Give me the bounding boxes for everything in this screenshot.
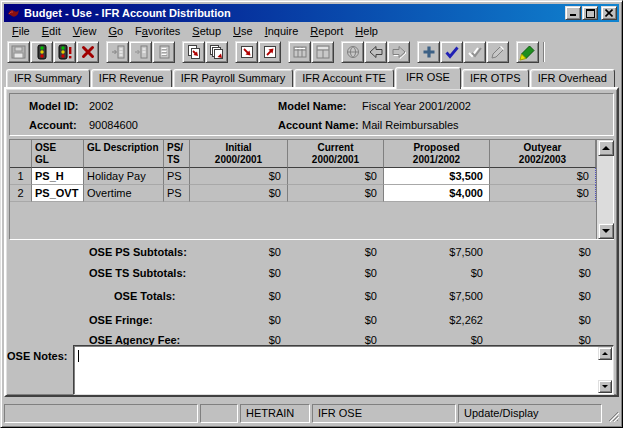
confirm-button[interactable] [440,41,463,63]
ps-ts-cell[interactable]: PS [164,168,190,185]
copy-docs-plus-icon [209,44,225,60]
grid-column-header: GL Description [84,140,164,168]
title-bar[interactable]: Budget - Use - IFR Account Distribution [4,4,619,22]
notes-scroll-up-button[interactable] [598,347,612,360]
model-id-value: 2002 [89,99,113,113]
toolbar [4,39,619,65]
grid-row[interactable]: 1PS_HHoliday PayPS$0$0$3,500$0 [10,168,596,185]
menu-report[interactable]: Report [304,24,349,38]
tab-ifr-otps[interactable]: IFR OTPS [462,69,529,87]
gl-description-cell[interactable]: Holiday Pay [84,168,164,185]
grid-scrollbar[interactable] [596,140,613,239]
forward-button [387,41,410,63]
ose-notes-input[interactable] [73,345,614,395]
menu-bar: FileEditViewGoFavoritesSetupUseInquireRe… [4,22,619,39]
toolbar-separator [410,41,417,63]
status-panel-environment: HETRAIN [240,404,310,423]
subtotal-label: OSE Totals: [114,286,176,306]
menu-inquire[interactable]: Inquire [259,24,305,38]
drill-down-button[interactable] [235,41,258,63]
subtotal-outyear-value: $0 [489,263,597,283]
menu-help[interactable]: Help [349,24,384,38]
traffic-light-icon [34,44,50,60]
current-cell[interactable]: $0 [288,168,384,185]
run-alert-button[interactable] [53,41,76,63]
arrow-left-icon [368,44,384,60]
grid-column-header: Current 2000/2001 [288,140,384,168]
ose-gl-cell[interactable]: PS_H [32,168,84,185]
scroll-up-button[interactable] [598,140,614,156]
close-button[interactable] [601,6,617,20]
subtotal-proposed-value: $7,500 [383,286,489,306]
highlight-button[interactable] [516,41,539,63]
menu-go[interactable]: Go [102,24,129,38]
table-icon [292,44,308,60]
grid-row[interactable]: 2PS_OVTOvertimePS$0$0$4,000$0 [10,185,596,202]
model-name-label: Model Name: [278,99,346,113]
menu-file[interactable]: File [6,24,36,38]
tab-ifr-ose[interactable]: IFR OSE [395,67,461,89]
resize-grip[interactable] [604,404,619,423]
gl-description-cell[interactable]: Overtime [84,185,164,202]
account-value: 90084600 [89,118,138,132]
drill-up-button[interactable] [258,41,281,63]
delete-button[interactable] [76,41,99,63]
tab-ifr-account-fte[interactable]: IFR Account FTE [294,69,394,87]
arrow-right-icon [391,44,407,60]
account-name-label: Account Name: [278,118,359,132]
proposed-cell[interactable]: $3,500 [384,168,490,185]
initial-cell[interactable]: $0 [190,168,288,185]
plus-icon [421,44,437,60]
globe-icon [345,44,361,60]
doc-arrow2-icon [133,44,149,60]
menu-view[interactable]: View [67,24,103,38]
outyear-cell[interactable]: $0 [490,168,596,185]
tab-ifr-payroll-summary[interactable]: IFR Payroll Summary [173,69,294,87]
add-button[interactable] [417,41,440,63]
tab-ifr-revenue[interactable]: IFR Revenue [91,69,172,87]
subtotal-row: OSE Fringe:$0$0$2,262$0 [9,310,597,330]
current-cell[interactable]: $0 [288,185,384,202]
toolbar-separator [334,41,341,63]
menu-setup[interactable]: Setup [186,24,227,38]
initial-cell[interactable]: $0 [190,185,288,202]
copy-all-button[interactable] [205,41,228,63]
row-number-cell: 1 [10,168,32,185]
scroll-down-button[interactable] [598,223,614,239]
red-x-icon [80,44,96,60]
back-button[interactable] [364,41,387,63]
outyear-cell[interactable]: $0 [490,185,596,202]
status-panel-page: IFR OSE [312,404,456,423]
subtotal-outyear-value: $0 [489,310,597,330]
menu-edit[interactable]: Edit [36,24,67,38]
maximize-button[interactable] [582,6,598,20]
toolbar-separator [228,41,235,63]
proposed-cell[interactable]: $4,000 [384,185,490,202]
arrow-down-icon [602,385,608,388]
ose-gl-cell[interactable]: PS_OVT [32,185,84,202]
tab-ifr-summary[interactable]: IFR Summary [6,69,90,87]
minimize-button[interactable] [565,6,581,20]
notes-scroll-down-button[interactable] [598,380,612,393]
tab-ifr-overhead[interactable]: IFR Overhead [530,69,615,87]
subtotal-initial-value: $0 [269,242,281,262]
account-info-panel: Model ID: 2002 Model Name: Fiscal Year 2… [9,93,614,136]
arrow-down-icon [602,229,610,233]
copy-record-button[interactable] [182,41,205,63]
subtotal-proposed-value: $7,500 [383,242,489,262]
subtotal-outyear-value: $0 [489,286,597,306]
process-button [341,41,364,63]
subtotal-current-value: $0 [287,263,383,283]
ose-notes-label: OSE Notes: [7,350,68,362]
menu-use[interactable]: Use [227,24,259,38]
grid-column-header: Initial 2000/2001 [190,140,288,168]
ps-ts-cell[interactable]: PS [164,185,190,202]
subtotal-row: OSE TS Subtotals:$0$0$0$0 [9,263,597,283]
subtotal-row: OSE PS Subtotals:$0$0$7,500$0 [9,242,597,262]
tab-strip: IFR SummaryIFR RevenueIFR Payroll Summar… [4,65,619,87]
toolbar-end-separator [543,42,545,62]
run-button[interactable] [30,41,53,63]
grid-header-row: OSE GLGL DescriptionPS/ TSInitial 2000/2… [10,140,596,168]
subtotal-proposed-value: $2,262 [383,310,489,330]
menu-favorites[interactable]: Favorites [129,24,186,38]
